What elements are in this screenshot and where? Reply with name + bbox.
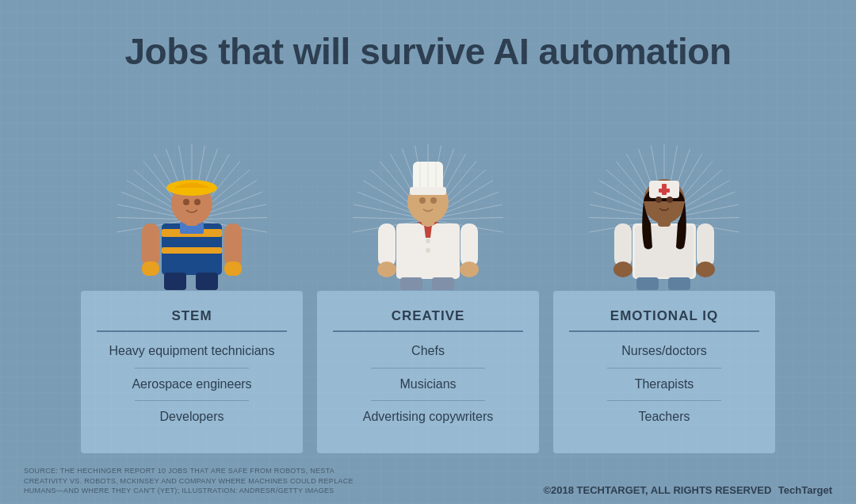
svg-point-60: [426, 248, 430, 253]
columns-wrapper: STEM Heavy equipment technicians Aerospa…: [41, 97, 815, 453]
emotional-iq-card: EMOTIONAL IQ Nurses/doctors Therapists T…: [553, 291, 775, 453]
emotional-iq-item-2: Therapists: [569, 376, 759, 393]
stem-figure-area: [105, 140, 279, 291]
svg-point-68: [419, 197, 426, 204]
svg-point-29: [194, 199, 201, 205]
svg-point-69: [430, 197, 437, 204]
creative-item-3: Advertising copywriters: [333, 409, 523, 426]
svg-rect-111: [668, 277, 690, 290]
svg-rect-70: [378, 223, 396, 267]
svg-rect-33: [224, 262, 242, 276]
chef-figure-svg: [361, 144, 495, 291]
nurse-figure-svg: [597, 144, 732, 291]
emotional-iq-title: EMOTIONAL IQ: [569, 308, 759, 332]
emotional-iq-item-3: Teachers: [569, 409, 759, 426]
footer-copyright: ©2018 TECHTARGET, ALL RIGHTS RESERVED Te…: [544, 484, 833, 496]
stem-divider-2: [135, 400, 249, 401]
creative-figure-area: [341, 140, 515, 291]
creative-card: CREATIVE Chefs Musicians Advertising cop…: [317, 291, 539, 453]
creative-item-2: Musicians: [333, 376, 523, 393]
svg-point-72: [377, 262, 396, 277]
svg-point-28: [183, 199, 189, 205]
svg-rect-103: [659, 189, 670, 193]
footer: SOURCE: THE HECHINGER REPORT 10 JOBS THA…: [0, 460, 856, 504]
svg-point-73: [460, 262, 479, 277]
footer-brand: TechTarget: [778, 484, 832, 496]
svg-rect-30: [142, 223, 159, 267]
emotional-iq-column: EMOTIONAL IQ Nurses/doctors Therapists T…: [553, 140, 775, 453]
svg-rect-35: [196, 273, 218, 290]
svg-rect-64: [410, 187, 446, 195]
svg-rect-34: [164, 273, 186, 290]
svg-rect-75: [432, 277, 454, 290]
creative-column: CREATIVE Chefs Musicians Advertising cop…: [317, 140, 539, 453]
svg-rect-107: [697, 223, 714, 267]
svg-rect-110: [636, 277, 659, 290]
creative-title: CREATIVE: [333, 308, 523, 332]
svg-rect-32: [142, 262, 159, 276]
emotional-iq-divider-1: [607, 368, 721, 368]
stem-title: STEM: [97, 308, 287, 332]
emotional-iq-figure-area: [577, 140, 751, 291]
svg-rect-74: [400, 277, 422, 290]
stem-card: STEM Heavy equipment technicians Aerospa…: [81, 291, 303, 453]
footer-source: SOURCE: THE HECHINGER REPORT 10 JOBS THA…: [24, 466, 357, 496]
stem-divider-1: [135, 368, 249, 368]
svg-rect-31: [224, 223, 242, 267]
svg-rect-106: [614, 223, 632, 267]
svg-point-109: [696, 262, 715, 277]
svg-point-59: [426, 239, 430, 243]
stem-column: STEM Heavy equipment technicians Aerospa…: [81, 140, 303, 453]
svg-point-105: [667, 197, 673, 203]
emotional-iq-divider-2: [607, 400, 721, 401]
page-title: Jobs that will survive AI automation: [125, 30, 732, 73]
creative-divider-2: [371, 400, 485, 401]
stem-item-2: Aerospace engineers: [97, 376, 287, 393]
svg-rect-71: [460, 223, 478, 267]
svg-point-108: [613, 262, 632, 277]
worker-figure-svg: [124, 144, 259, 291]
main-container: Jobs that will survive AI automation: [0, 0, 856, 504]
stem-item-1: Heavy equipment technicians: [97, 343, 287, 360]
creative-item-1: Chefs: [333, 343, 523, 360]
svg-rect-23: [162, 247, 222, 254]
emotional-iq-item-1: Nurses/doctors: [569, 343, 759, 360]
stem-item-3: Developers: [97, 409, 287, 426]
svg-point-104: [655, 197, 662, 203]
creative-divider-1: [371, 368, 485, 368]
